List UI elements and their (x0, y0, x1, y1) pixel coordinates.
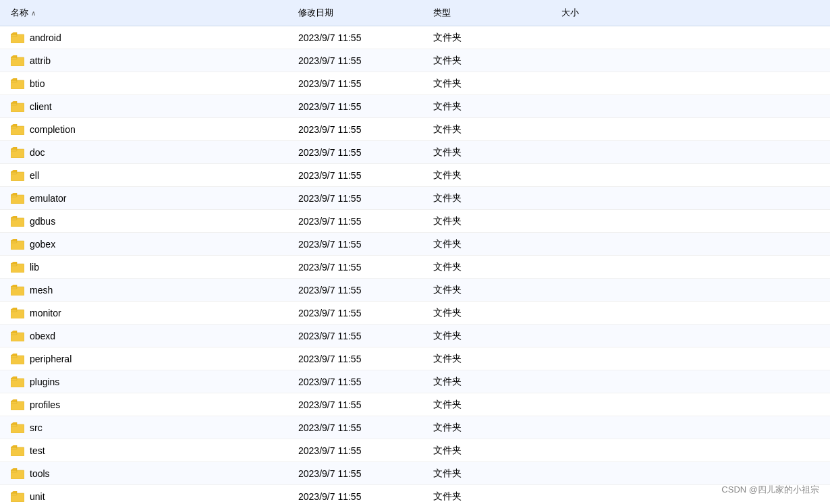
table-row[interactable]: gdbus 2023/9/7 11:55 文件夹 (0, 210, 830, 233)
file-size (553, 471, 648, 476)
file-date: 2023/9/7 11:55 (290, 144, 425, 161)
file-date: 2023/9/7 11:55 (290, 30, 425, 46)
folder-icon (11, 262, 24, 273)
table-row[interactable]: src 2023/9/7 11:55 文件夹 (0, 416, 830, 439)
table-row[interactable]: android 2023/9/7 11:55 文件夹 (0, 26, 830, 49)
file-name-cell: peripheral (0, 351, 290, 367)
svg-rect-22 (11, 195, 17, 197)
file-date: 2023/9/7 11:55 (290, 99, 425, 115)
svg-marker-26 (11, 216, 17, 218)
table-row[interactable]: test 2023/9/7 11:55 文件夹 (0, 439, 830, 462)
svg-marker-59 (11, 468, 17, 470)
file-name: emulator (30, 193, 66, 204)
col-header-extra (648, 4, 830, 22)
file-date: 2023/9/7 11:55 (290, 167, 425, 184)
file-type: 文件夹 (425, 121, 553, 138)
file-date: 2023/9/7 11:55 (290, 282, 425, 298)
file-date: 2023/9/7 11:55 (290, 76, 425, 92)
file-date: 2023/9/7 11:55 (290, 305, 425, 321)
svg-marker-50 (11, 399, 17, 401)
folder-icon (11, 445, 24, 456)
col-header-name[interactable]: 名称 ∧ (0, 4, 290, 22)
table-row[interactable]: completion 2023/9/7 11:55 文件夹 (0, 118, 830, 141)
table-row[interactable]: client 2023/9/7 11:55 文件夹 (0, 95, 830, 118)
file-name: client (30, 101, 52, 112)
col-header-date[interactable]: 修改日期 (290, 4, 425, 22)
folder-icon (11, 376, 24, 387)
file-size (553, 104, 648, 109)
file-type: 文件夹 (425, 281, 553, 299)
svg-marker-23 (11, 193, 17, 195)
folder-icon (11, 285, 24, 296)
file-type: 文件夹 (425, 350, 553, 368)
file-name-cell: attrib (0, 53, 290, 69)
file-name: src (30, 422, 43, 433)
file-type: 文件夹 (425, 327, 553, 345)
svg-rect-7 (11, 80, 17, 82)
svg-rect-58 (11, 470, 17, 472)
file-type: 文件夹 (425, 190, 553, 207)
file-type: 文件夹 (425, 75, 553, 92)
table-row[interactable]: monitor 2023/9/7 11:55 文件夹 (0, 302, 830, 325)
svg-marker-38 (11, 308, 17, 310)
table-row[interactable]: emulator 2023/9/7 11:55 文件夹 (0, 187, 830, 210)
svg-rect-1 (11, 34, 17, 36)
file-type: 文件夹 (425, 52, 553, 69)
file-name-cell: emulator (0, 190, 290, 206)
file-name-cell: plugins (0, 374, 290, 390)
file-date: 2023/9/7 11:55 (290, 466, 425, 482)
table-row[interactable]: peripheral 2023/9/7 11:55 文件夹 (0, 347, 830, 370)
file-size (553, 494, 648, 499)
file-name-cell: obexd (0, 328, 290, 344)
file-date: 2023/9/7 11:55 (290, 328, 425, 344)
file-size (553, 173, 648, 178)
svg-marker-20 (11, 170, 17, 172)
table-row[interactable]: attrib 2023/9/7 11:55 文件夹 (0, 49, 830, 72)
file-name: tools (30, 468, 50, 479)
svg-marker-8 (11, 78, 17, 80)
table-row[interactable]: obexd 2023/9/7 11:55 文件夹 (0, 325, 830, 347)
file-name-cell: ell (0, 167, 290, 184)
folder-icon (11, 147, 24, 158)
file-type: 文件夹 (425, 304, 553, 322)
table-row[interactable]: plugins 2023/9/7 11:55 文件夹 (0, 370, 830, 393)
file-size (553, 356, 648, 362)
table-row[interactable]: gobex 2023/9/7 11:55 文件夹 (0, 233, 830, 256)
file-name: obexd (30, 331, 55, 341)
col-header-size[interactable]: 大小 (553, 4, 648, 22)
file-name: peripheral (30, 354, 72, 364)
table-row[interactable]: doc 2023/9/7 11:55 文件夹 (0, 141, 830, 164)
file-name: profiles (30, 399, 60, 410)
file-date: 2023/9/7 11:55 (290, 190, 425, 206)
table-row[interactable]: tools 2023/9/7 11:55 文件夹 (0, 462, 830, 485)
svg-marker-44 (11, 354, 17, 356)
file-date: 2023/9/7 11:55 (290, 53, 425, 69)
svg-rect-19 (11, 172, 17, 174)
file-size (553, 196, 648, 201)
svg-rect-28 (11, 241, 17, 243)
folder-icon (11, 468, 24, 479)
file-type: 文件夹 (425, 465, 553, 482)
col-header-type[interactable]: 类型 (425, 4, 553, 22)
file-type: 文件夹 (425, 98, 553, 115)
table-row[interactable]: btio 2023/9/7 11:55 文件夹 (0, 72, 830, 95)
file-date: 2023/9/7 11:55 (290, 443, 425, 459)
file-size (553, 242, 648, 247)
table-row[interactable]: mesh 2023/9/7 11:55 文件夹 (0, 279, 830, 302)
svg-rect-43 (11, 356, 17, 358)
folder-icon (11, 170, 24, 181)
table-row[interactable]: ell 2023/9/7 11:55 文件夹 (0, 164, 830, 187)
svg-rect-49 (11, 401, 17, 403)
table-row[interactable]: lib 2023/9/7 11:55 文件夹 (0, 256, 830, 279)
svg-rect-61 (11, 493, 17, 495)
folder-icon (11, 239, 24, 250)
table-row[interactable]: profiles 2023/9/7 11:55 文件夹 (0, 393, 830, 416)
file-size (553, 264, 648, 270)
file-name: ell (30, 170, 39, 181)
table-row[interactable]: unit 2023/9/7 11:55 文件夹 (0, 485, 830, 504)
file-date: 2023/9/7 11:55 (290, 236, 425, 252)
svg-marker-5 (11, 55, 17, 57)
svg-rect-25 (11, 218, 17, 220)
folder-icon (11, 331, 24, 341)
folder-icon (11, 399, 24, 410)
